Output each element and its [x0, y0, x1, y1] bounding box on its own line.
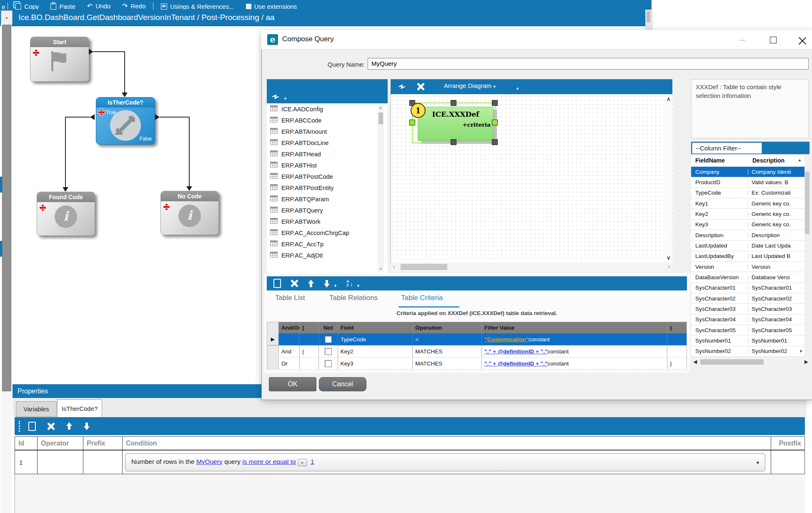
filter-value-cell[interactable]: "Customization" constant: [482, 333, 667, 345]
add-plus-icon[interactable]: [98, 109, 105, 115]
scroll-down-arrow-icon[interactable]: ∨: [667, 255, 671, 261]
andor-cell[interactable]: And: [279, 345, 300, 357]
scrollbar-thumb[interactable]: [378, 113, 383, 124]
tab-isthercode[interactable]: IsTherCode?: [57, 399, 102, 417]
filter-value-link[interactable]: "." + @definitionID + ".": [484, 360, 547, 367]
table-list-item[interactable]: ICE.AADConfig: [267, 103, 388, 115]
column-header-not[interactable]: Not: [319, 322, 338, 333]
workflow-node-found-code[interactable]: Found Code i: [37, 192, 95, 236]
new-criteria-icon[interactable]: [273, 279, 281, 288]
workflow-node-start[interactable]: Start: [30, 37, 89, 82]
cancel-button[interactable]: Cancel: [319, 377, 366, 391]
resize-handle[interactable]: [492, 120, 498, 125]
close-button[interactable]: [796, 35, 809, 45]
scroll-right-arrow-icon[interactable]: ▶: [804, 359, 808, 365]
filter-value-cell[interactable]: "." + @definitionID + "." constant: [482, 345, 667, 357]
drag-handle[interactable]: [19, 421, 20, 432]
tab-table-list[interactable]: Table List: [275, 294, 305, 302]
table-list-item[interactable]: ERP.ABTAmount: [267, 126, 388, 137]
resize-handle[interactable]: [492, 100, 498, 106]
open-paren-cell[interactable]: (: [300, 345, 319, 357]
field-row[interactable]: Key1Generic key co.: [691, 198, 804, 209]
field-row[interactable]: VersionVersion: [691, 262, 804, 272]
chevron-down-icon[interactable]: ▼: [356, 284, 360, 288]
resize-handle[interactable]: [451, 139, 456, 145]
new-condition-icon[interactable]: [28, 422, 36, 431]
field-row[interactable]: ProductIDValid values: B: [691, 177, 804, 188]
column-header-open-paren[interactable]: (: [300, 322, 319, 333]
close-paren-cell[interactable]: ): [667, 358, 687, 369]
table-list-item[interactable]: ERP.AC_AccTp: [267, 238, 388, 250]
remove-table-icon[interactable]: [416, 83, 425, 91]
field-row[interactable]: SysCharacter03SysCharacter03: [691, 304, 804, 314]
column-filter-combo[interactable]: --Column Filter--: [692, 143, 762, 154]
field-row[interactable]: SysCharacter01SysCharacter01: [691, 283, 804, 293]
condition-operator-cell[interactable]: [38, 450, 83, 474]
scrollbar-thumb[interactable]: [401, 264, 447, 270]
chevron-down-icon[interactable]: ▼: [516, 87, 519, 91]
open-paren-cell[interactable]: [300, 358, 319, 369]
scroll-down-arrow-icon[interactable]: ▼: [379, 267, 382, 271]
toolbar-button-extensions[interactable]: Use extensions: [246, 3, 297, 10]
criteria-row[interactable]: OrKey3MATCHES"." + @definitionID + "." c…: [267, 358, 687, 370]
column-header-operator[interactable]: Operator: [38, 437, 83, 450]
field-row[interactable]: DataBaseVersionDatabase Versi: [691, 272, 804, 283]
table-list-item[interactable]: ERP.ABTWork: [267, 216, 388, 227]
chevron-down-icon[interactable]: ▼: [756, 460, 760, 465]
criteria-row[interactable]: ▶TypeCode="Customization" constant: [267, 333, 687, 345]
condition-link[interactable]: is more or equal to: [242, 458, 296, 465]
column-header-id[interactable]: Id: [15, 437, 38, 450]
sort-ascending-icon[interactable]: ▲: [798, 158, 802, 162]
column-header-andor[interactable]: And/Or: [279, 322, 300, 333]
scroll-left-arrow-icon[interactable]: ‹: [393, 264, 395, 269]
scroll-up-button[interactable]: ▲: [1, 10, 13, 25]
table-list-item[interactable]: ERP.ABTQuery: [267, 205, 388, 216]
field-row[interactable]: SysNumber01SysNumber01: [691, 335, 804, 346]
column-header-filter-value[interactable]: Filter Value: [482, 322, 667, 333]
table-list-item[interactable]: ERP.ABTHist: [267, 160, 388, 171]
field-cell[interactable]: TypeCode: [338, 333, 413, 345]
operation-cell[interactable]: MATCHES: [413, 358, 482, 369]
scroll-up-arrow-icon[interactable]: ∧: [667, 96, 671, 102]
resize-handle[interactable]: [409, 120, 415, 125]
column-header-close-paren[interactable]: ): [667, 322, 687, 333]
move-up-icon[interactable]: [308, 280, 314, 288]
minimize-button[interactable]: [736, 35, 749, 45]
tab-table-relations[interactable]: Table Relations: [329, 294, 378, 302]
arrange-diagram-button[interactable]: Arrange Diagram ▼: [444, 82, 496, 89]
resize-handle[interactable]: [492, 139, 498, 145]
column-header-postfix[interactable]: Postfix: [771, 437, 804, 450]
scroll-right-arrow-icon[interactable]: ›: [668, 264, 670, 269]
ok-button[interactable]: OK: [269, 377, 316, 391]
table-list-item[interactable]: ERP.ABCCode: [267, 115, 388, 126]
field-cell[interactable]: Key3: [338, 358, 413, 369]
dialog-titlebar[interactable]: Compose Query: [261, 30, 812, 50]
value-dropdown-button[interactable]: ▼: [298, 459, 307, 466]
resize-handle[interactable]: [451, 100, 456, 106]
add-plus-icon[interactable]: [163, 204, 170, 210]
add-plus-icon[interactable]: [40, 205, 46, 211]
diagram-vertical-scrollbar[interactable]: ∧ ∨: [666, 95, 672, 262]
row-selector-cell[interactable]: ▶: [267, 333, 279, 345]
condition-row[interactable]: 1 Number of rows in the MyQuery query is…: [15, 450, 805, 474]
condition-prefix-cell[interactable]: [83, 450, 123, 474]
field-row[interactable]: CompanyCompany Identi: [691, 167, 804, 177]
delete-condition-icon[interactable]: [47, 422, 55, 430]
scroll-up-arrow-icon[interactable]: ▲: [379, 106, 382, 110]
scroll-down-arrow-icon[interactable]: ▼: [799, 349, 803, 353]
filter-value-link[interactable]: "." + @definitionID + ".": [484, 348, 547, 355]
sort-icon[interactable]: AZ↓: [346, 280, 353, 287]
field-row[interactable]: SysCharacter05SysCharacter05: [691, 325, 804, 335]
field-row[interactable]: DescriptionDescription: [691, 230, 804, 240]
move-down-icon[interactable]: [83, 422, 90, 430]
table-list-item[interactable]: ERP.ABTQParam: [267, 193, 388, 205]
filter-value-link[interactable]: "Customization": [484, 336, 529, 343]
fields-scrollbar-thumb[interactable]: [805, 172, 809, 234]
table-list-item[interactable]: ERP.ABTPostCode: [267, 171, 388, 182]
right-scrollbar[interactable]: [645, 10, 652, 31]
field-row[interactable]: LastUpdatedByLast Updated B: [691, 251, 804, 262]
row-selector-cell[interactable]: [267, 358, 279, 369]
tab-table-criteria[interactable]: Table Criteria: [401, 294, 443, 302]
andor-cell[interactable]: [279, 333, 300, 345]
left-scrollbar-thumb[interactable]: [2, 25, 11, 391]
